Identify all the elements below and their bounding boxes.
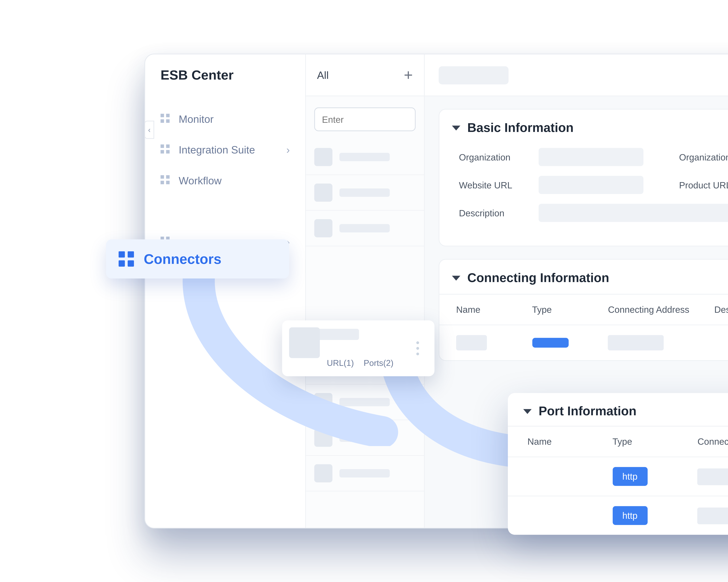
sidebar-item-workflow[interactable]: Workflow — [145, 165, 305, 195]
col-type: Type — [532, 304, 608, 315]
collapse-icon — [452, 276, 460, 281]
col-address: Connecting Address — [608, 304, 714, 315]
sidebar-item-label: Integration Suite — [179, 143, 286, 155]
card-header[interactable]: Port Information — [508, 393, 728, 426]
field-label: Organization — [679, 152, 728, 162]
grid-icon — [160, 175, 170, 185]
connector-thumbnail — [289, 327, 320, 358]
svg-rect-0 — [160, 114, 164, 117]
search-box[interactable] — [314, 107, 416, 131]
sidebar-item-label: Monitor — [179, 113, 290, 124]
sidebar-item-label: Workflow — [179, 174, 290, 186]
type-badge: http — [613, 467, 647, 486]
grid-icon — [160, 114, 170, 123]
url-count: URL(1) — [327, 358, 354, 368]
field-label: Organization — [459, 152, 526, 162]
sidebar-item-connectors[interactable]: Connectors — [106, 239, 289, 278]
svg-rect-19 — [128, 251, 134, 257]
list-item[interactable] — [306, 139, 424, 175]
field-label: Website URL — [459, 179, 526, 190]
table-header: Name Type Connecting Address Status — [508, 426, 728, 456]
svg-rect-18 — [119, 251, 125, 257]
list-item[interactable] — [306, 211, 424, 246]
sidebar-item-monitor[interactable]: Monitor — [145, 103, 305, 134]
svg-rect-1 — [166, 114, 170, 117]
card-header[interactable]: Basic Information — [439, 109, 728, 144]
field-label: Description — [459, 207, 526, 218]
svg-rect-20 — [119, 260, 125, 267]
list-item[interactable] — [306, 175, 424, 211]
svg-rect-8 — [160, 175, 164, 178]
table-row: http Publish — [508, 456, 728, 496]
table-row: http Publish — [508, 496, 728, 535]
table-row — [439, 325, 728, 360]
top-bar — [424, 54, 728, 96]
selected-connector-card[interactable]: URL(1) Ports(2) — [282, 320, 434, 376]
grid-icon — [160, 144, 170, 154]
sidebar-item-integration-suite[interactable]: Integration Suite › — [145, 134, 305, 165]
website-url-input[interactable] — [539, 176, 643, 194]
col-address: Connecting Address — [697, 436, 728, 447]
port-information-card: Port Information Name Type Connecting Ad… — [508, 393, 728, 534]
connectors-label: Connectors — [144, 251, 221, 267]
app-title: ESB Center — [145, 54, 305, 96]
collapse-left-icon[interactable]: ‹ — [415, 404, 424, 421]
card-title: Connecting Information — [467, 271, 609, 285]
col-name: Name — [527, 436, 613, 447]
card-title: Basic Information — [467, 120, 573, 135]
type-badge — [532, 338, 568, 348]
list-item[interactable] — [306, 385, 424, 420]
list-column: All + ‹ — [306, 54, 424, 528]
collapse-left-icon[interactable]: ‹ — [144, 120, 154, 139]
svg-rect-4 — [160, 144, 164, 148]
svg-rect-3 — [166, 119, 170, 123]
svg-rect-9 — [166, 175, 170, 178]
description-input[interactable] — [539, 204, 728, 222]
svg-rect-11 — [166, 181, 170, 184]
type-badge: http — [613, 506, 647, 525]
svg-rect-5 — [166, 144, 170, 148]
table-header: Name Type Connecting Address Description… — [439, 294, 728, 325]
card-header[interactable]: Connecting Information — [439, 260, 728, 294]
sidebar: ESB Center Monitor Integration Suite › W… — [145, 54, 306, 528]
basic-information-card: Basic Information Organization Organizat… — [439, 109, 728, 246]
list-filter-all[interactable]: All — [317, 69, 329, 81]
card-title: Port Information — [539, 404, 636, 419]
organization-input[interactable] — [539, 148, 643, 166]
list-item[interactable] — [306, 420, 424, 456]
list-item[interactable] — [306, 456, 424, 491]
collapse-icon — [523, 409, 531, 414]
ports-count: Ports(2) — [364, 358, 393, 368]
more-menu-icon[interactable] — [409, 347, 426, 350]
grid-icon — [119, 251, 134, 267]
svg-rect-21 — [128, 260, 134, 267]
svg-rect-2 — [160, 119, 164, 123]
title-placeholder — [439, 66, 509, 84]
svg-rect-6 — [160, 150, 164, 154]
col-name: Name — [456, 304, 532, 315]
svg-rect-10 — [160, 181, 164, 184]
collapse-icon — [452, 126, 460, 131]
add-button[interactable]: + — [404, 67, 413, 83]
chevron-right-icon: › — [286, 143, 290, 155]
field-label: Product URL — [679, 179, 728, 190]
col-type: Type — [613, 436, 697, 447]
search-input[interactable] — [322, 114, 439, 124]
col-description: Description — [714, 304, 728, 315]
connecting-information-card: Connecting Information Name Type Connect… — [439, 259, 728, 361]
svg-rect-7 — [166, 150, 170, 154]
